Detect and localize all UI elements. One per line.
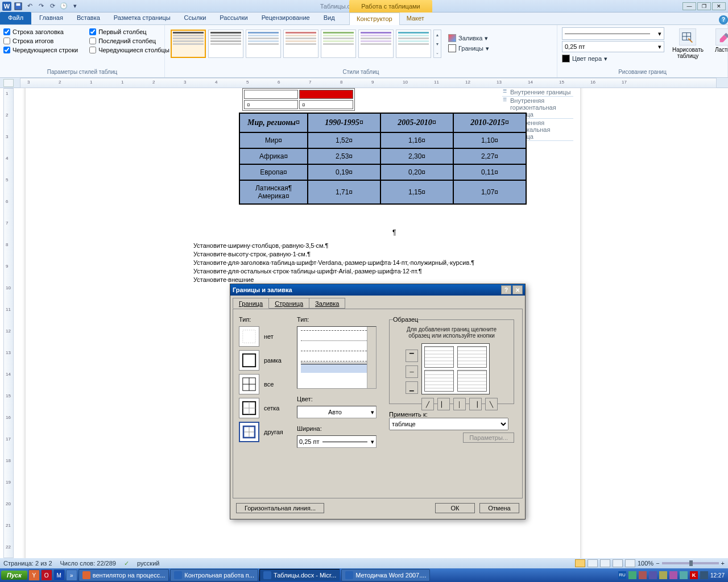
tray-lang[interactable]: RU [618, 571, 626, 579]
ok-button[interactable]: ОК [435, 503, 475, 513]
tray-clock[interactable]: 12:27 [710, 572, 725, 579]
th-2005[interactable]: 2005-2010¤ [380, 113, 453, 132]
zoom-out-icon[interactable]: − [656, 560, 659, 567]
cell[interactable]: 1,52¤ [308, 132, 380, 148]
chk-header-row[interactable]: Строка заголовка [3, 28, 78, 35]
status-page[interactable]: Страница: 2 из 2 [3, 560, 52, 567]
border-diag2-btn[interactable]: ╲ [485, 398, 498, 410]
cell[interactable]: 2,30¤ [380, 148, 453, 164]
view-web-layout[interactable] [600, 559, 610, 567]
cell[interactable]: 1,71¤ [308, 180, 380, 204]
draw-table-button[interactable]: Нарисовать таблицу [669, 27, 707, 60]
view-outline[interactable] [613, 559, 623, 567]
view-print-layout[interactable] [575, 559, 585, 567]
cell[interactable]: 1,10¤ [453, 132, 526, 148]
type-none[interactable]: нет [239, 326, 290, 347]
proofing-icon[interactable]: ✓ [124, 560, 129, 567]
dlg-tab-border[interactable]: Граница [233, 298, 269, 309]
th-2010[interactable]: 2010-2015¤ [453, 113, 526, 132]
task-word2[interactable]: Таблицы.docx - Micr... [259, 569, 340, 581]
border-vmid-btn[interactable]: │ [453, 398, 466, 410]
zoom-in-icon[interactable]: + [721, 560, 725, 567]
undo-icon[interactable]: ↶ [25, 2, 34, 11]
borders-dropdown[interactable]: Границы ▾ [448, 44, 489, 52]
cancel-button[interactable]: Отмена [479, 503, 519, 513]
eraser-button[interactable]: Ластик [712, 27, 728, 54]
tab-file[interactable]: Файл [0, 12, 31, 24]
tab-home[interactable]: Главная [32, 12, 70, 24]
tray-icon-5[interactable] [669, 571, 677, 579]
type-custom[interactable]: другая [239, 422, 290, 442]
restore-icon[interactable]: ❐ [697, 2, 711, 10]
chk-last-col[interactable]: Последний столбец [89, 38, 169, 44]
horizontal-ruler[interactable]: 3211234567891011121314151617 [20, 78, 717, 88]
chk-total-row[interactable]: Строка итогов [3, 38, 78, 44]
vertical-ruler[interactable]: 1234567891011121314151617181920212223242… [3, 88, 14, 558]
tab-insert[interactable]: Вставка [70, 12, 107, 24]
th-1990[interactable]: 1990-1995¤ [308, 113, 380, 132]
status-lang[interactable]: русский [137, 560, 159, 567]
line-weight-select[interactable]: 0,25 пт▾ [562, 41, 664, 52]
help-icon[interactable]: ? [719, 15, 728, 24]
style-thumb-3[interactable] [246, 30, 281, 58]
border-left-btn[interactable]: ▏ [437, 398, 450, 410]
table-styles-gallery[interactable]: ▲▼⌄ Заливка ▾ Границы ▾ [168, 27, 553, 60]
view-full-screen[interactable] [588, 559, 598, 567]
tab-references[interactable]: Ссылки [177, 12, 213, 24]
chk-first-col[interactable]: Первый столбец [89, 28, 169, 35]
tab-mailings[interactable]: Рассылки [213, 12, 254, 24]
ruler-corner[interactable] [3, 79, 14, 87]
pen-color-dropdown[interactable]: Цвет пера ▾ [562, 55, 664, 63]
history-icon[interactable]: 🕒 [59, 2, 68, 11]
zoom-value[interactable]: 100% [638, 560, 653, 567]
tray-icon-2[interactable] [639, 571, 647, 579]
word-icon[interactable]: W [2, 2, 11, 11]
cell[interactable]: 1,15¤ [380, 180, 453, 204]
dialog-titlebar[interactable]: Границы и заливка ? ✕ [230, 284, 525, 296]
start-button[interactable]: Пуск [1, 571, 27, 580]
dialog-close-icon[interactable]: ✕ [512, 285, 523, 294]
tab-design[interactable]: Конструктор [349, 13, 400, 25]
cell[interactable]: 1,16¤ [380, 132, 453, 148]
chk-banded-rows[interactable]: Чередующиеся строки [3, 47, 78, 53]
task-word3[interactable]: Методичка Word 2007.... [341, 569, 430, 581]
width-combo[interactable]: 0,25 пт▾ [297, 435, 377, 448]
th-region[interactable]: Мир, регионы¤ [239, 113, 308, 132]
dlg-tab-shading[interactable]: Заливка [309, 298, 345, 309]
cell[interactable]: Европа¤ [239, 164, 308, 180]
style-thumb-2[interactable] [208, 30, 243, 58]
tab-view[interactable]: Вид [317, 12, 342, 24]
tray-kaspersky-icon[interactable]: K [690, 571, 698, 579]
view-draft[interactable] [625, 559, 635, 567]
style-thumb-4[interactable] [283, 30, 318, 58]
chk-banded-cols[interactable]: Чередующиеся столбцы [89, 47, 169, 53]
save-icon[interactable] [14, 2, 23, 11]
tray-icon-8[interactable] [700, 571, 708, 579]
tray-icon-6[interactable] [680, 571, 688, 579]
border-diag1-btn[interactable]: ╱ [421, 398, 434, 410]
close-icon[interactable]: ✕ [712, 2, 726, 10]
color-combo[interactable]: Авто▾ [297, 406, 377, 418]
type-grid[interactable]: сетка [239, 398, 290, 418]
style-thumb-1[interactable] [171, 30, 206, 58]
redo-icon[interactable]: ↷ [36, 2, 46, 11]
ql-mail[interactable]: M [53, 569, 65, 581]
style-thumb-5[interactable] [321, 30, 356, 58]
apply-to-select[interactable]: таблице [389, 418, 508, 430]
ql-opera[interactable]: O [41, 569, 52, 581]
tray-icon-1[interactable] [628, 571, 636, 579]
cell[interactable]: 2,53¤ [308, 148, 380, 164]
style-thumb-7[interactable] [396, 30, 431, 58]
line-style-select[interactable]: ▾ [562, 27, 664, 40]
preview-box[interactable] [421, 343, 490, 394]
border-top-btn[interactable]: ▔ [406, 350, 418, 362]
repeat-icon[interactable]: ⟳ [48, 2, 57, 11]
style-list-scrollbar[interactable] [367, 327, 376, 388]
line-style-list[interactable] [297, 326, 377, 389]
cell[interactable]: 0,11¤ [453, 164, 526, 180]
gallery-scroll[interactable]: ▲▼⌄ [433, 30, 441, 58]
small-table[interactable]: ¤¤ [242, 88, 355, 111]
type-all[interactable]: все [239, 374, 290, 394]
body-text[interactable]: Установите·ширину·столбцов,·равную·3,5·с… [193, 242, 474, 284]
task-word1[interactable]: Контрольная работа п... [170, 569, 258, 581]
